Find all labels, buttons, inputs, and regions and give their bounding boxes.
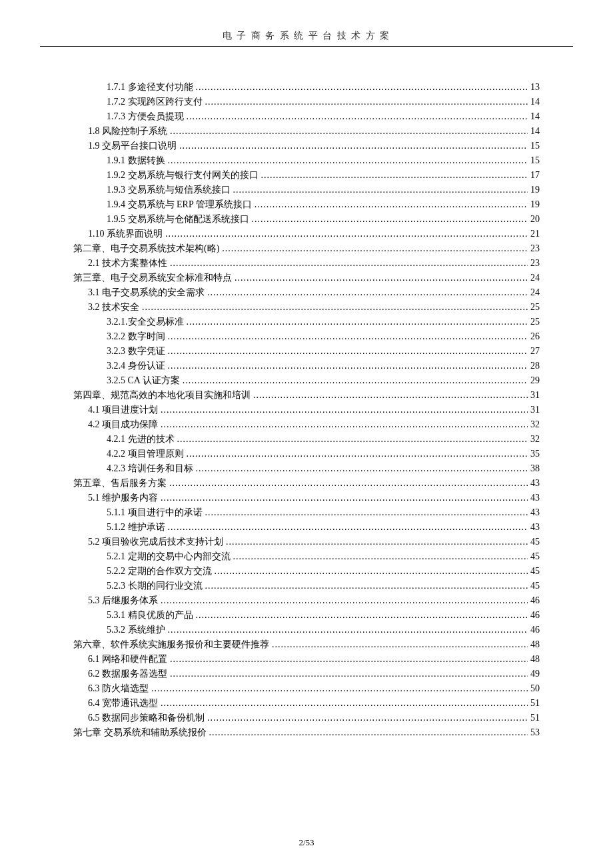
toc-entry-label: 1.9.4 交易系统与 ERP 管理系统接口: [107, 197, 252, 212]
toc-dots-leader: [168, 344, 528, 359]
toc-dots-leader: [183, 373, 528, 388]
toc-entry-page: 31: [530, 403, 540, 417]
toc-entry: 1.9 交易平台接口说明15: [73, 139, 540, 153]
toc-entry-label: 第二章、电子交易系统技术架构(略): [73, 241, 219, 256]
toc-entry-page: 32: [530, 432, 540, 447]
toc-entry-label: 1.9.3 交易系统与短信系统接口: [107, 183, 231, 197]
toc-dots-leader: [168, 520, 528, 535]
toc-entry: 3.2 技术安全25: [73, 300, 540, 315]
toc-entry-page: 51: [530, 696, 540, 711]
toc-dots-leader: [209, 725, 528, 740]
toc-dots-leader: [207, 285, 528, 300]
toc-dots-leader: [170, 124, 528, 139]
toc-entry: 第二章、电子交易系统技术架构(略)23: [73, 241, 540, 256]
toc-entry-page: 21: [530, 227, 540, 241]
toc-entry: 5.2.1 定期的交易中心内部交流45: [73, 549, 540, 564]
toc-entry-page: 45: [530, 535, 540, 549]
toc-dots-leader: [253, 388, 528, 403]
toc-dots-leader: [196, 80, 528, 95]
toc-entry: 4.2 项目成功保障32: [73, 417, 540, 432]
toc-entry-page: 24: [530, 285, 540, 300]
toc-entry-label: 第六章、软件系统实施服务报价和主要硬件推荐: [73, 637, 269, 652]
toc-entry-label: 5.1 维护服务内容: [88, 491, 158, 505]
toc-dots-leader: [168, 359, 528, 373]
toc-entry-page: 19: [530, 183, 540, 197]
toc-entry-page: 46: [530, 608, 540, 623]
toc-entry-label: 6.1 网络和硬件配置: [88, 652, 167, 667]
toc-entry: 6.4 宽带通讯选型51: [73, 696, 540, 711]
toc-entry: 5.2.2 定期的合作双方交流45: [73, 564, 540, 579]
toc-dots-leader: [222, 241, 528, 256]
toc-dots-leader: [196, 461, 528, 476]
toc-entry-label: 5.2.1 定期的交易中心内部交流: [107, 549, 231, 564]
toc-entry-page: 43: [530, 491, 540, 505]
toc-entry-label: 6.3 防火墙选型: [88, 681, 149, 696]
toc-entry-page: 46: [530, 593, 540, 608]
toc-dots-leader: [177, 432, 528, 447]
toc-entry-page: 15: [530, 153, 540, 168]
toc-entry-page: 51: [530, 711, 540, 725]
toc-dots-leader: [235, 271, 528, 285]
toc-entry-label: 2.1 技术方案整体性: [88, 256, 167, 271]
toc-entry-page: 15: [530, 139, 540, 153]
toc-entry: 4.2.1 先进的技术32: [73, 432, 540, 447]
toc-entry-label: 第五章、售后服务方案: [73, 476, 167, 491]
toc-dots-leader: [215, 564, 528, 579]
toc-entry-label: 1.9.5 交易系统与仓储配送系统接口: [107, 212, 249, 227]
toc-dots-leader: [168, 153, 528, 168]
toc-entry-page: 48: [530, 652, 540, 667]
toc-entry-label: 1.9 交易平台接口说明: [88, 139, 177, 153]
toc-entry: 2.1 技术方案整体性23: [73, 256, 540, 271]
toc-entry: 3.1 电子交易系统的安全需求24: [73, 285, 540, 300]
header-title: 电 子 商 务 系 统 平 台 技 术 方 案: [223, 31, 391, 41]
page-number: 2/53: [0, 837, 613, 848]
toc-entry: 1.9.2 交易系统与银行支付网关的接口17: [73, 168, 540, 183]
toc-entry: 3.2.2 数字时间26: [73, 329, 540, 344]
toc-entry-page: 50: [530, 681, 540, 696]
toc-dots-leader: [161, 403, 528, 417]
toc-entry-label: 1.7.1 多途径支付功能: [107, 80, 193, 95]
toc-entry-label: 4.1 项目进度计划: [88, 403, 158, 417]
toc-entry: 4.1 项目进度计划31: [73, 403, 540, 417]
toc-dots-leader: [205, 95, 528, 109]
toc-entry-label: 5.1.1 项目进行中的承诺: [107, 505, 203, 520]
toc-entry: 5.3.1 精良优质的产品46: [73, 608, 540, 623]
toc-entry-page: 43: [530, 520, 540, 535]
toc-entry-page: 25: [530, 315, 540, 329]
toc-entry-page: 28: [530, 359, 540, 373]
toc-entry: 5.1.2 维护承诺43: [73, 520, 540, 535]
toc-dots-leader: [151, 681, 528, 696]
toc-entry: 1.7.3 方便会员提现14: [73, 109, 540, 124]
toc-entry-page: 31: [530, 388, 540, 403]
toc-dots-leader: [169, 476, 528, 491]
toc-dots-leader: [187, 315, 528, 329]
toc-entry-label: 6.5 数据同步策略和备份机制: [88, 711, 205, 725]
toc-entry-page: 23: [530, 256, 540, 271]
toc-dots-leader: [165, 227, 528, 241]
toc-entry: 6.2 数据服务器选型49: [73, 667, 540, 681]
toc-entry: 第五章、售后服务方案43: [73, 476, 540, 491]
toc-entry-label: 6.2 数据服务器选型: [88, 667, 167, 681]
toc-entry-page: 35: [530, 447, 540, 461]
toc-entry-label: 1.9.2 交易系统与银行支付网关的接口: [107, 168, 259, 183]
toc-entry-label: 3.2.3 数字凭证: [107, 344, 165, 359]
toc-entry-page: 27: [530, 344, 540, 359]
toc-entry: 1.9.1 数据转换15: [73, 153, 540, 168]
toc-dots-leader: [252, 212, 528, 227]
toc-entry-label: 1.9.1 数据转换: [107, 153, 165, 168]
toc-dots-leader: [161, 491, 528, 505]
toc-dots-leader: [161, 593, 528, 608]
toc-dots-leader: [196, 608, 528, 623]
toc-entry-page: 45: [530, 549, 540, 564]
toc-entry: 3.2.4 身份认证28: [73, 359, 540, 373]
toc-entry: 5.1 维护服务内容43: [73, 491, 540, 505]
toc-entry: 1.8 风险控制子系统14: [73, 124, 540, 139]
toc-entry-label: 5.3.2 系统维护: [107, 623, 165, 637]
toc-dots-leader: [142, 300, 528, 315]
toc-entry: 5.3.2 系统维护46: [73, 623, 540, 637]
toc-entry-label: 3.2.5 CA 认证方案: [107, 373, 180, 388]
toc-entry-label: 5.3.1 精良优质的产品: [107, 608, 193, 623]
toc-dots-leader: [170, 667, 528, 681]
toc-entry: 6.5 数据同步策略和备份机制51: [73, 711, 540, 725]
toc-entry-page: 45: [530, 564, 540, 579]
